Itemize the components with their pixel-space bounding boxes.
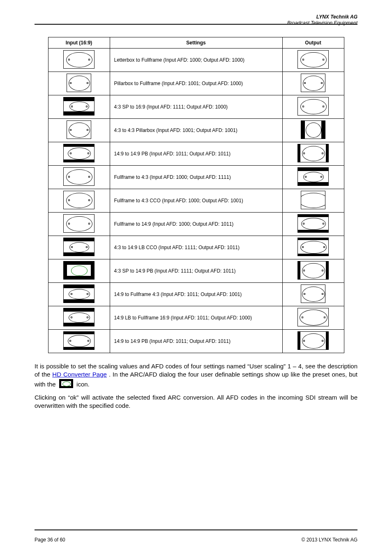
table-row: 4:3 SP to 14:9 PB (Input AFD: 1111; Outp…	[48, 259, 344, 283]
cell-input	[48, 330, 110, 353]
cell-input	[48, 95, 110, 119]
table-row: Letterbox to Fullframe (Input AFD: 1000;…	[48, 49, 344, 72]
input-glyph	[63, 284, 95, 303]
output-glyph	[297, 144, 329, 162]
cell-settings: Letterbox to Fullframe (Input AFD: 1000;…	[110, 49, 282, 72]
cell-settings: Pillarbox to Fullframe (Input AFD: 1001;…	[110, 72, 282, 95]
cell-settings: Fullframe to 4:3 (Input AFD: 1000; Outpu…	[110, 166, 282, 189]
table-row: 4:3 to 14:9 LB CCO (Input AFD: 1111; Out…	[48, 236, 344, 259]
input-glyph	[63, 50, 95, 69]
table-header-row: Input (16:9) Settings Output	[48, 37, 344, 49]
table-row: 4:3 to 4:3 Pillarbox (Input AFD: 1001; O…	[48, 119, 344, 142]
cell-settings: 14:9 to 14:9 PB (Input AFD: 1011; Output…	[110, 142, 282, 166]
th-output: Output	[282, 37, 344, 49]
cell-settings: Fullframe to 14:9 (Input AFD: 1000; Outp…	[110, 213, 282, 236]
cell-output	[282, 259, 344, 283]
input-glyph	[63, 97, 95, 116]
cell-settings: 4:3 to 4:3 Pillarbox (Input AFD: 1001; O…	[110, 119, 282, 142]
cell-output	[282, 95, 344, 119]
cell-settings: 14:9 to Fullframe 4:3 (Input AFD: 1011; …	[110, 283, 282, 306]
table-row: 14:9 to 14:9 PB (Input AFD: 1011; Output…	[48, 330, 344, 353]
table-row: Fullframe to 4:3 (Input AFD: 1000; Outpu…	[48, 166, 344, 189]
cell-output	[282, 283, 344, 306]
table-row: Pillarbox to Fullframe (Input AFD: 1001;…	[48, 72, 344, 95]
output-glyph	[297, 308, 329, 326]
cell-output	[282, 166, 344, 189]
input-glyph	[63, 144, 95, 162]
output-glyph	[301, 120, 325, 139]
cell-input	[48, 189, 110, 213]
ok-paragraph: Clicking on “ok” will activate the selec…	[35, 393, 357, 410]
cell-output	[282, 330, 344, 353]
header-subtitle: Broadcast Television Equipment	[287, 20, 357, 26]
cell-settings: 14:9 LB to Fullframe 16:9 (Input AFD: 10…	[110, 306, 282, 330]
hd-converter-link[interactable]: HD Converter Page	[52, 371, 107, 378]
footer-rule	[35, 530, 357, 530]
cell-output	[282, 213, 344, 236]
input-glyph	[63, 167, 95, 186]
table-row: Fullframe to 4:3 CCO (Input AFD: 1000; O…	[48, 189, 344, 213]
header-block: LYNX Technik AG Broadcast Television Equ…	[287, 14, 357, 26]
output-glyph	[297, 238, 329, 256]
afd-table: Input (16:9) Settings Output Letterbox t…	[48, 37, 344, 353]
output-glyph	[297, 97, 329, 116]
input-glyph	[63, 191, 95, 209]
cell-input	[48, 119, 110, 142]
output-glyph	[301, 284, 325, 303]
cell-output	[282, 119, 344, 142]
table-row: 14:9 LB to Fullframe 16:9 (Input AFD: 10…	[48, 306, 344, 330]
cell-input	[48, 283, 110, 306]
footer-copyright: © 2013 LYNX Technik AG	[302, 537, 357, 543]
output-glyph	[297, 261, 329, 280]
cell-output	[282, 189, 344, 213]
cell-settings: 4:3 to 14:9 LB CCO (Input AFD: 1111; Out…	[110, 236, 282, 259]
cell-input	[48, 72, 110, 95]
cell-input	[48, 49, 110, 72]
table-row: 14:9 to 14:9 PB (Input AFD: 1011; Output…	[48, 142, 344, 166]
cell-input	[48, 213, 110, 236]
input-glyph	[63, 261, 95, 280]
input-glyph	[63, 331, 95, 350]
cell-output	[282, 72, 344, 95]
input-glyph	[63, 308, 95, 326]
cell-input	[48, 236, 110, 259]
cell-settings: Fullframe to 4:3 CCO (Input AFD: 1000; O…	[110, 189, 282, 213]
table-row: 4:3 SP to 16:9 (Input AFD: 1111; Output …	[48, 95, 344, 119]
para1-c: icon.	[76, 380, 90, 387]
cell-input	[48, 166, 110, 189]
cell-output	[282, 236, 344, 259]
input-glyph	[63, 214, 95, 233]
output-glyph	[297, 331, 329, 350]
header-product: LYNX Technik AG	[287, 14, 357, 20]
cell-input	[48, 306, 110, 330]
output-glyph	[297, 214, 329, 233]
output-glyph	[301, 191, 325, 209]
output-glyph	[301, 74, 325, 92]
input-glyph	[67, 120, 91, 139]
user-scaling-icon	[59, 379, 73, 390]
input-glyph	[67, 74, 91, 92]
cell-settings: 4:3 SP to 16:9 (Input AFD: 1111; Output …	[110, 95, 282, 119]
cell-output	[282, 142, 344, 166]
cell-output	[282, 49, 344, 72]
cell-settings: 14:9 to 14:9 PB (Input AFD: 1011; Output…	[110, 330, 282, 353]
output-glyph	[297, 167, 329, 186]
user-scaling-paragraph: It is possible to set the scaling values…	[35, 362, 357, 390]
th-input: Input (16:9)	[48, 37, 110, 49]
cell-input	[48, 259, 110, 283]
page: LYNX Technik AG Broadcast Television Equ…	[0, 0, 392, 555]
table-row: 14:9 to Fullframe 4:3 (Input AFD: 1011; …	[48, 283, 344, 306]
table-row: Fullframe to 14:9 (Input AFD: 1000; Outp…	[48, 213, 344, 236]
footer-page: Page 36 of 60	[35, 537, 65, 543]
cell-settings: 4:3 SP to 14:9 PB (Input AFD: 1111; Outp…	[110, 259, 282, 283]
output-glyph	[297, 50, 329, 69]
input-glyph	[63, 238, 95, 256]
cell-input	[48, 142, 110, 166]
th-settings: Settings	[110, 37, 282, 49]
cell-output	[282, 306, 344, 330]
